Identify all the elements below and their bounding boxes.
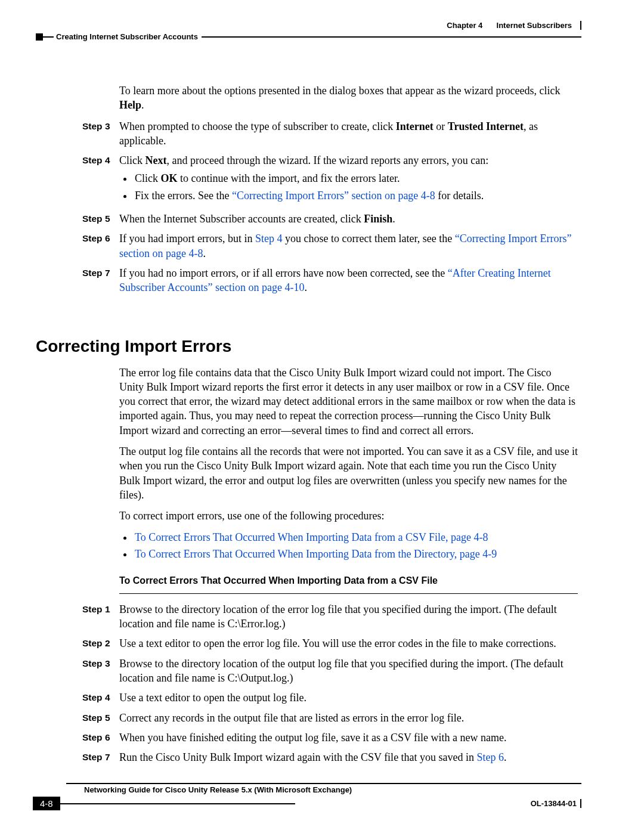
step-row: Step 3 When prompted to choose the type …: [119, 119, 578, 148]
footer-rule-icon: [66, 783, 581, 784]
text: Finish: [364, 213, 392, 225]
text: Run the Cisco Unity Bulk Import wizard a…: [119, 751, 477, 763]
text: Help: [119, 99, 141, 111]
step-body: Correct any records in the output file t…: [119, 711, 578, 725]
text: OK: [161, 172, 178, 184]
step-label: Step 3: [82, 119, 119, 133]
step-label: Step 3: [82, 657, 119, 670]
bullet-list: To Correct Errors That Occurred When Imp…: [134, 530, 578, 562]
step-row: Step 6 If you had import errors, but in …: [119, 231, 578, 261]
paragraph: The output log file contains all the rec…: [119, 444, 578, 502]
text: Internet: [396, 120, 434, 132]
rule-icon: [119, 593, 578, 594]
text: , and proceed through the wizard. If the…: [166, 154, 488, 166]
step-row: Step 7 Run the Cisco Unity Bulk Import w…: [119, 750, 578, 764]
step-label: Step 4: [82, 153, 119, 167]
cross-ref-link[interactable]: To Correct Errors That Occurred When Imp…: [135, 531, 488, 543]
list-item: Click OK to continue with the import, an…: [134, 171, 578, 185]
step-body: Browse to the directory location of the …: [119, 657, 578, 686]
step-row: Step 3 Browse to the directory location …: [119, 657, 578, 686]
step-label: Step 1: [82, 602, 119, 616]
list-item: To Correct Errors That Occurred When Imp…: [134, 530, 578, 544]
step-label: Step 6: [82, 231, 119, 245]
step-label: Step 7: [82, 266, 119, 280]
step-row: Step 5 Correct any records in the output…: [119, 711, 578, 725]
text: or: [434, 120, 448, 132]
text: Click: [119, 154, 145, 166]
page-number-badge: 4-8: [33, 797, 60, 810]
step-body: Browse to the directory location of the …: [119, 602, 578, 631]
step-label: Step 5: [82, 212, 119, 225]
section-body: The error log file contains data that th…: [36, 366, 581, 765]
step-label: Step 6: [82, 730, 119, 744]
header-line-icon: [202, 36, 581, 38]
text: When the Internet Subscriber accounts ar…: [119, 213, 364, 225]
text: for details.: [435, 190, 484, 202]
step-body: When you have finished editing the outpu…: [119, 730, 578, 745]
step-label: Step 7: [82, 750, 119, 764]
text: To learn more about the options presente…: [119, 85, 561, 97]
text: If you had import errors, but in: [119, 233, 255, 244]
step-row: Step 7 If you had no import errors, or i…: [119, 266, 578, 295]
paragraph: The error log file contains data that th…: [119, 366, 578, 438]
step-body: Click Next, and proceed through the wiza…: [119, 153, 578, 206]
step-body: Use a text editor to open the error log …: [119, 636, 578, 651]
step-body: If you had no import errors, or if all e…: [119, 266, 578, 295]
step-label: Step 2: [82, 636, 119, 650]
doc-id: OL-13844-01: [531, 799, 577, 808]
step-label: Step 4: [82, 690, 119, 704]
text: .: [392, 213, 395, 225]
step-body: When prompted to choose the type of subs…: [119, 119, 578, 148]
step-row: Step 1 Browse to the directory location …: [119, 602, 578, 631]
paragraph: To correct import errors, use one of the…: [119, 509, 578, 523]
page-footer: Networking Guide for Cisco Unity Release…: [33, 783, 581, 810]
footer-line-icon: [60, 803, 296, 804]
cross-ref-link[interactable]: Step 4: [255, 233, 283, 244]
paragraph: To learn more about the options presente…: [119, 83, 578, 113]
chapter-title: Internet Subscribers: [497, 21, 572, 30]
footer-bar-icon: [580, 799, 581, 808]
cross-ref-link[interactable]: “Correcting Import Errors” section on pa…: [232, 190, 435, 202]
text: Fix the errors. See the: [135, 190, 232, 202]
cross-ref-link[interactable]: Step 6: [477, 751, 504, 763]
text: Next: [145, 154, 167, 166]
section-title: Creating Internet Subscriber Accounts: [56, 32, 198, 41]
header-line-icon: [43, 36, 54, 38]
heading-correcting-import-errors: Correcting Import Errors: [36, 337, 581, 356]
bullet-list: Click OK to continue with the import, an…: [134, 171, 578, 203]
list-item: Fix the errors. See the “Correcting Impo…: [134, 188, 578, 203]
text: .: [504, 751, 507, 763]
square-icon: [36, 33, 43, 41]
text: .: [203, 247, 206, 259]
list-item: To Correct Errors That Occurred When Imp…: [134, 547, 578, 561]
text: to continue with the import, and fix the…: [178, 172, 400, 184]
page: Chapter 4 Internet Subscribers Creating …: [0, 0, 644, 833]
step-row: Step 5 When the Internet Subscriber acco…: [119, 212, 578, 226]
step-body: Use a text editor to open the output log…: [119, 690, 578, 705]
text: Trusted Internet: [448, 120, 524, 132]
text: Click: [135, 172, 161, 184]
step-label: Step 5: [82, 711, 119, 724]
header-bar-icon: [580, 21, 581, 30]
step-body: Run the Cisco Unity Bulk Import wizard a…: [119, 750, 578, 764]
guide-title: Networking Guide for Cisco Unity Release…: [33, 785, 581, 794]
text: .: [141, 99, 144, 111]
text: If you had no import errors, or if all e…: [119, 267, 448, 279]
step-row: Step 6 When you have finished editing th…: [119, 730, 578, 745]
page-header: Chapter 4 Internet Subscribers Creating …: [36, 21, 581, 41]
step-row: Step 4 Click Next, and proceed through t…: [119, 153, 578, 206]
cross-ref-link[interactable]: To Correct Errors That Occurred When Imp…: [135, 548, 497, 560]
chapter-label: Chapter 4: [447, 21, 482, 30]
text: When prompted to choose the type of subs…: [119, 120, 396, 132]
procedure-title: To Correct Errors That Occurred When Imp…: [119, 574, 578, 587]
step-body: When the Internet Subscriber accounts ar…: [119, 212, 578, 226]
text: .: [304, 281, 307, 293]
step-row: Step 2 Use a text editor to open the err…: [119, 636, 578, 651]
step-body: If you had import errors, but in Step 4 …: [119, 231, 578, 261]
text: you chose to correct them later, see the: [282, 233, 454, 244]
intro-block: To learn more about the options presente…: [36, 83, 581, 295]
step-row: Step 4 Use a text editor to open the out…: [119, 690, 578, 705]
